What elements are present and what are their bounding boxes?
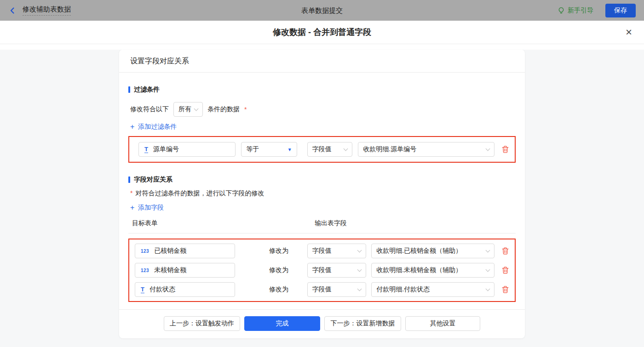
add-filter-condition-link[interactable]: + 添加过滤条件 bbox=[128, 123, 516, 131]
filter-section-label: 过滤条件 bbox=[134, 85, 160, 94]
row-value-type-select[interactable]: 字段值 bbox=[307, 282, 366, 297]
chevron-down-icon bbox=[357, 248, 362, 252]
filter-field-input[interactable]: T 源单编号 bbox=[138, 142, 236, 157]
text-field-type-icon: T bbox=[141, 286, 144, 293]
guide-label: 新手引导 bbox=[568, 6, 593, 15]
mapping-row: 123 未核销金额 修改为 字段值 收款明细.未核销金额（辅助） bbox=[135, 263, 509, 278]
target-field-value: 付款状态 bbox=[150, 285, 175, 294]
required-asterisk: * bbox=[130, 189, 132, 197]
filter-value-type-select[interactable]: 字段值 bbox=[307, 142, 353, 157]
other-settings-button[interactable]: 其他设置 bbox=[405, 316, 480, 331]
lightbulb-icon bbox=[558, 7, 565, 14]
modify-to-label: 修改为 bbox=[269, 266, 307, 274]
modify-to-label: 修改为 bbox=[269, 247, 307, 255]
mapping-row: T 付款状态 修改为 字段值 付款明细.付款状态 bbox=[135, 282, 509, 297]
trash-icon[interactable] bbox=[501, 145, 509, 154]
match-mode-value: 所有 bbox=[178, 105, 191, 114]
chevron-down-icon bbox=[344, 146, 348, 151]
number-field-type-icon: 123 bbox=[141, 249, 149, 254]
prev-step-button[interactable]: 上一步：设置触发动作 bbox=[164, 316, 240, 331]
target-field-input[interactable]: 123 已核销金额 bbox=[135, 244, 235, 258]
trash-icon[interactable] bbox=[501, 285, 509, 294]
modify-to-label: 修改为 bbox=[269, 285, 307, 294]
column-output-field: 输出表字段 bbox=[315, 219, 347, 228]
chevron-down-icon bbox=[357, 286, 362, 291]
add-field-label: 添加字段 bbox=[138, 204, 164, 212]
operator-value: 等于 bbox=[246, 145, 259, 154]
filter-value-type: 字段值 bbox=[312, 145, 332, 154]
match-mode-select[interactable]: 所有 bbox=[173, 102, 203, 117]
mapping-row: 123 已核销金额 修改为 字段值 收款明细.已核销金额（辅助） bbox=[135, 244, 509, 258]
row-value-type: 字段值 bbox=[312, 285, 332, 294]
row-value-type: 字段值 bbox=[312, 266, 332, 274]
row-value-type: 字段值 bbox=[312, 247, 332, 255]
filter-value-select[interactable]: 收款明细.源单编号 bbox=[358, 142, 494, 157]
required-asterisk: * bbox=[244, 106, 247, 113]
row-value: 收款明细.未核销金额（辅助） bbox=[376, 266, 462, 274]
modal-header: 修改数据 - 合并到普通字段 × bbox=[0, 21, 644, 44]
chevron-down-icon bbox=[486, 248, 490, 252]
match-prefix: 修改符合以下 bbox=[130, 105, 169, 114]
row-value-select[interactable]: 收款明细.已核销金额（辅助） bbox=[371, 244, 494, 258]
mapping-table-header: 目标表单 输出表字段 bbox=[128, 219, 516, 233]
match-suffix: 条件的数据 bbox=[207, 105, 240, 114]
row-value-type-select[interactable]: 字段值 bbox=[307, 244, 366, 258]
operator-select[interactable]: 等于 ▼ bbox=[241, 142, 297, 157]
topbar: 修改辅助表数据 表单数据提交 新手引导 保存 bbox=[0, 0, 644, 21]
mapping-section-title: 字段对应关系 bbox=[128, 163, 516, 184]
back-icon[interactable] bbox=[8, 6, 17, 15]
settings-card: 设置字段对应关系 过滤条件 修改符合以下 所有 条件的数据 * + 添加过滤条件 bbox=[119, 50, 525, 338]
mapping-description: * 对符合过滤条件的数据，进行以下字段的修改 bbox=[128, 189, 516, 198]
modal-footer: 上一步：设置触发动作 完成 下一步：设置新增数据 其他设置 bbox=[119, 309, 525, 338]
number-field-type-icon: 123 bbox=[141, 268, 149, 273]
back-title[interactable]: 修改辅助表数据 bbox=[23, 5, 71, 16]
text-field-type-icon: T bbox=[144, 146, 148, 153]
row-value: 付款明细.付款状态 bbox=[376, 285, 430, 294]
beginner-guide-link[interactable]: 新手引导 bbox=[558, 6, 593, 15]
plus-icon: + bbox=[130, 204, 134, 211]
plus-icon: + bbox=[130, 123, 134, 131]
row-value-select[interactable]: 付款明细.付款状态 bbox=[371, 282, 494, 297]
caret-down-icon: ▼ bbox=[288, 147, 292, 152]
column-target-form: 目标表单 bbox=[132, 219, 315, 228]
filter-section-title: 过滤条件 bbox=[128, 73, 516, 94]
row-value-select[interactable]: 收款明细.未核销金额（辅助） bbox=[371, 263, 494, 278]
card-title: 设置字段对应关系 bbox=[119, 50, 525, 73]
mapping-rows-box: 123 已核销金额 修改为 字段值 收款明细.已核销金额（辅助） bbox=[128, 239, 516, 302]
mapping-section-label: 字段对应关系 bbox=[134, 176, 172, 184]
target-field-value: 已核销金额 bbox=[154, 247, 186, 255]
target-field-input[interactable]: 123 未核销金额 bbox=[135, 263, 235, 278]
filter-field-value: 源单编号 bbox=[153, 145, 179, 154]
section-bar-icon bbox=[128, 176, 130, 183]
chevron-down-icon bbox=[486, 267, 490, 272]
mapping-description-text: 对符合过滤条件的数据，进行以下字段的修改 bbox=[135, 189, 264, 198]
modal-body: 设置字段对应关系 过滤条件 修改符合以下 所有 条件的数据 * + 添加过滤条件 bbox=[0, 50, 644, 347]
next-step-button[interactable]: 下一步：设置新增数据 bbox=[324, 316, 401, 331]
filter-value: 收款明细.源单编号 bbox=[363, 145, 416, 154]
page-title: 表单数据提交 bbox=[301, 6, 343, 15]
section-bar-icon bbox=[128, 86, 130, 93]
chevron-down-icon bbox=[194, 106, 199, 111]
chevron-down-icon bbox=[357, 267, 362, 272]
done-button[interactable]: 完成 bbox=[244, 316, 320, 331]
filter-condition-box: T 源单编号 等于 ▼ 字段值 收款明细.源单编号 bbox=[128, 136, 516, 163]
trash-icon[interactable] bbox=[501, 247, 509, 255]
target-field-value: 未核销金额 bbox=[154, 266, 186, 274]
match-row: 修改符合以下 所有 条件的数据 * bbox=[128, 102, 516, 117]
target-field-input[interactable]: T 付款状态 bbox=[135, 282, 235, 297]
add-filter-condition-label: 添加过滤条件 bbox=[138, 123, 177, 131]
modal-title: 修改数据 - 合并到普通字段 bbox=[273, 27, 371, 38]
chevron-down-icon bbox=[486, 286, 490, 291]
close-icon[interactable]: × bbox=[626, 27, 632, 38]
save-button[interactable]: 保存 bbox=[605, 4, 636, 17]
chevron-down-icon bbox=[486, 146, 490, 151]
row-value-type-select[interactable]: 字段值 bbox=[307, 263, 366, 278]
add-field-link[interactable]: + 添加字段 bbox=[128, 204, 516, 212]
row-value: 收款明细.已核销金额（辅助） bbox=[376, 247, 462, 255]
trash-icon[interactable] bbox=[501, 266, 509, 274]
